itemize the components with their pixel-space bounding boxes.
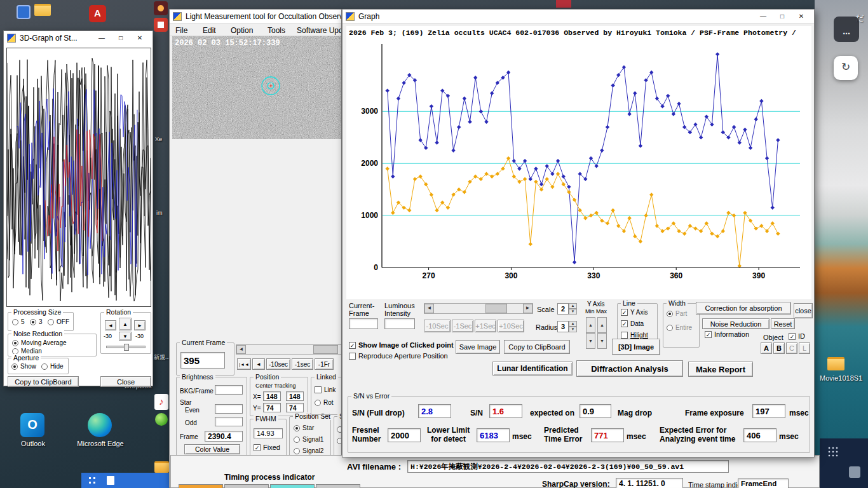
reproduce-aperture-checkbox[interactable]: Reproduce Aperture Position: [349, 352, 448, 360]
copy-clipboard-button[interactable]: Copy to ClipBoard: [504, 340, 570, 354]
object-l-button[interactable]: L: [799, 342, 810, 354]
graph-scrollbar[interactable]: ◄ ►: [424, 303, 533, 314]
close-button[interactable]: close: [794, 303, 813, 318]
information-checkbox[interactable]: ✓Information: [705, 330, 749, 338]
scroll-left-icon[interactable]: ◄: [424, 304, 434, 313]
radio-moving-average[interactable]: Moving Average: [12, 339, 67, 346]
copy-clipboard-button-3d[interactable]: Copy to ClipBoard: [8, 376, 79, 387]
fwhm-fixed-checkbox[interactable]: ✓Fixed: [254, 444, 280, 451]
sta-radio-2[interactable]: Si: [337, 437, 342, 444]
image-3d-button[interactable]: [3D] Image: [612, 339, 660, 355]
make-report-button[interactable]: Make Report: [688, 362, 753, 377]
graph3d-titlebar[interactable]: 3D-Graph of St... — □ ✕: [4, 31, 153, 45]
save-image-button[interactable]: Save Image: [456, 340, 500, 354]
frame-scrollbar[interactable]: ◄: [236, 344, 342, 355]
noise-reduction-button[interactable]: Noise Reduction: [702, 318, 770, 329]
rotate-button[interactable]: ↻: [834, 56, 858, 80]
radio-size-5[interactable]: 5: [12, 318, 25, 325]
desktop-icon-blue-app[interactable]: [17, 5, 31, 19]
desktop-icon-folder[interactable]: [34, 4, 51, 16]
grid-icon[interactable]: [88, 476, 97, 485]
ymin-spinner[interactable]: ▲▼: [586, 317, 595, 349]
video-frame[interactable]: 2026 02 03 15:52:17:339: [172, 36, 342, 139]
timing-segment-3[interactable]: [270, 484, 315, 488]
radio-signal1[interactable]: Signal1: [294, 436, 323, 443]
close-icon[interactable]: ✕: [792, 10, 811, 23]
minus10sec-button[interactable]: -10sec: [266, 358, 290, 370]
minimize-icon[interactable]: —: [754, 10, 773, 23]
close-icon[interactable]: ✕: [130, 32, 149, 44]
minimize-icon[interactable]: —: [92, 32, 111, 44]
minus1sec-button[interactable]: -1Sec: [452, 320, 473, 332]
strip-icon-red[interactable]: [154, 18, 168, 32]
close-button-3d[interactable]: Close: [100, 376, 151, 387]
menu-edit[interactable]: Edit: [203, 26, 216, 35]
scale-spinner[interactable]: 2▲▼: [557, 303, 577, 315]
bkg-frame-input[interactable]: [215, 385, 243, 395]
minus1sec-button[interactable]: -1sec: [292, 358, 313, 370]
light-titlebar[interactable]: Light Measurement tool for Occultation O…: [170, 10, 341, 24]
light-curve-plot[interactable]: 0100020003000270300330360390: [351, 40, 806, 293]
menu-tools[interactable]: Tools: [268, 26, 285, 35]
strip-icon-folder-orange[interactable]: [154, 461, 169, 473]
radio-width-part[interactable]: Part: [667, 310, 687, 317]
timing-segment-4[interactable]: [316, 484, 360, 488]
reset-button[interactable]: Reset: [771, 318, 795, 329]
dots-grid-icon[interactable]: [827, 446, 839, 458]
rotate-right-button[interactable]: ►: [134, 320, 146, 330]
object-a-button[interactable]: A: [761, 342, 772, 354]
menu-software-update[interactable]: Software Update: [297, 26, 342, 35]
radio-star[interactable]: Star: [294, 424, 314, 431]
even-input[interactable]: [215, 404, 243, 414]
diffraction-analysis-button[interactable]: Diffraction Analysis: [576, 360, 683, 377]
scroll-left-icon[interactable]: ◄: [236, 345, 246, 354]
frame-first-button[interactable]: |◄◄: [237, 358, 251, 370]
outlook-icon[interactable]: O: [20, 413, 44, 437]
radio-aperture-hide[interactable]: Hide: [41, 363, 64, 370]
minus10sec-button[interactable]: -10Sec: [424, 320, 451, 332]
radio-size-3[interactable]: 3: [30, 318, 43, 325]
ellipsis-widget[interactable]: ...: [834, 17, 859, 42]
graph3d-plot-area[interactable]: [6, 48, 151, 307]
linked-checkbox[interactable]: Link: [315, 386, 336, 393]
maximize-icon[interactable]: □: [111, 32, 130, 44]
rotate-left-button[interactable]: ◄: [105, 320, 116, 330]
graph-titlebar[interactable]: Graph — □ ✕: [342, 10, 814, 24]
center-tracking-label[interactable]: Center Tracking: [255, 383, 296, 389]
color-value-button[interactable]: Color Value: [184, 444, 240, 454]
scroll-right-icon[interactable]: ►: [523, 304, 532, 313]
timing-segment-2[interactable]: [224, 484, 269, 488]
strip-icon-music[interactable]: ♪: [154, 394, 168, 410]
strip-icon-green[interactable]: [155, 413, 168, 426]
minus1frame-button[interactable]: -1Fr: [315, 358, 334, 370]
id-checkbox[interactable]: ✓ID: [789, 332, 805, 340]
object-c-button[interactable]: C: [786, 342, 797, 354]
timestamp-indicator-value[interactable]: FrameEnd: [738, 478, 789, 488]
sta-radio-1[interactable]: Si: [337, 426, 342, 433]
ymax-spinner[interactable]: ▲▼: [597, 317, 607, 349]
menu-file[interactable]: File: [175, 26, 187, 35]
plus10sec-button[interactable]: +10Sec: [498, 320, 524, 332]
menu-option[interactable]: Option: [231, 26, 253, 35]
strip-icon-maroon[interactable]: [154, 1, 168, 15]
movie-folder-icon[interactable]: [827, 357, 844, 370]
avi-path-box[interactable]: H:¥2026年掩蔽観測¥2026-2-4¥2026-02-04¥2026-2-…: [407, 460, 729, 473]
line-yaxis-checkbox[interactable]: ✓Y Axis: [621, 309, 648, 316]
linked-radio[interactable]: Rot: [315, 399, 334, 406]
frame-prev-button[interactable]: ◄: [252, 358, 265, 370]
radio-width-entire[interactable]: Entire: [667, 324, 692, 331]
correction-absorption-button[interactable]: Correction for absorption: [696, 302, 791, 315]
luminous-intensity-input[interactable]: [384, 318, 415, 329]
current-frame-input[interactable]: [349, 318, 378, 329]
rotation-slider[interactable]: [106, 346, 146, 348]
line-hilight-checkbox[interactable]: Hilight: [621, 332, 648, 339]
rotate-down-button[interactable]: ▼: [119, 332, 132, 341]
radio-signal2[interactable]: Signal2: [294, 447, 323, 454]
desktop-icon-adobe[interactable]: A: [89, 5, 106, 22]
timing-segment-1[interactable]: [179, 484, 223, 488]
plus1sec-button[interactable]: +1Sec: [475, 320, 496, 332]
maximize-icon[interactable]: □: [773, 10, 792, 23]
small-square-icon[interactable]: [849, 466, 860, 478]
show-image-checkbox[interactable]: ✓Show Image of Clicked point: [349, 341, 454, 349]
radio-size-off[interactable]: OFF: [48, 318, 69, 325]
